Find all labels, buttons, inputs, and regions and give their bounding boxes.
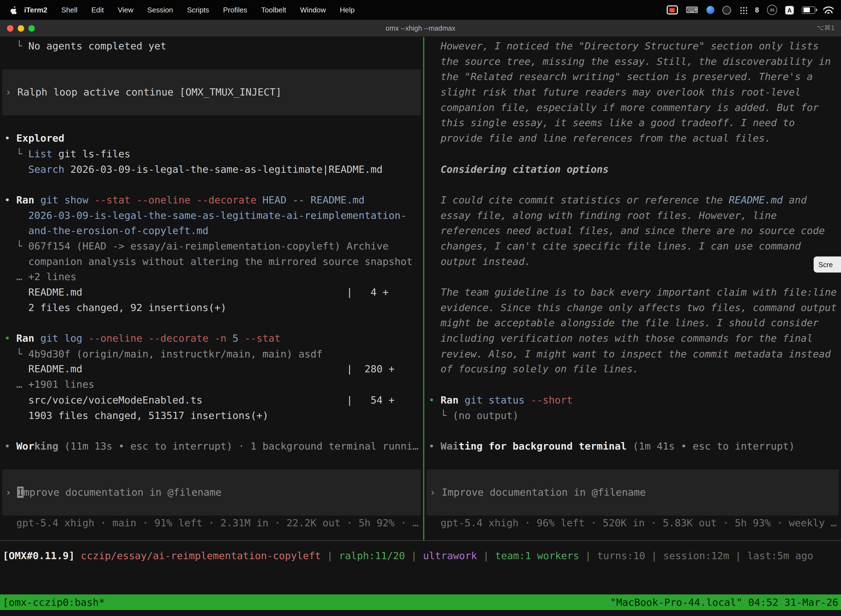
terminal-line: • Ran git log --oneline --decorate -n 5 …	[0, 331, 423, 347]
terminal-line: • Working (11m 13s • esc to interrupt) ·…	[0, 439, 423, 454]
terminal-line: review. Also, I might want to inspect th…	[424, 346, 841, 362]
keyboard-icon[interactable]: ⌨	[686, 6, 698, 14]
battery-icon[interactable]	[802, 6, 815, 13]
menu-view[interactable]: View	[118, 6, 133, 14]
tmux-host-clock: "MacBook-Pro-44.local" 04:52 31-Mar-26	[610, 597, 838, 608]
grid-icon[interactable]	[739, 6, 747, 14]
terminal-line: › Ralph loop active continue [OMX_TMUX_I…	[2, 85, 282, 100]
menu-bar: iTerm2ShellEditViewSessionScriptsProfile…	[0, 0, 841, 20]
key-8-icon[interactable]: 8	[755, 6, 759, 14]
terminal-line: └ 4b9d30f (origin/main, instructkr/main,…	[0, 346, 423, 362]
terminal-line: README.md | 4 +	[0, 285, 423, 300]
menu-profiles[interactable]: Profiles	[223, 6, 247, 14]
terminal-line: companion file, especially if more comme…	[424, 100, 841, 116]
screen: iTerm2ShellEditViewSessionScriptsProfile…	[0, 0, 841, 616]
terminal-line: └ No agents completed yet	[0, 39, 423, 54]
terminal-pane-left[interactable]: └ No agents completed yet› Ralph loop ac…	[0, 37, 423, 540]
terminal-line: and-the-erosion-of-copyleft.md	[0, 223, 423, 239]
terminal-pane-right[interactable]: However, I noticed the "Directory Struct…	[424, 37, 841, 540]
blank-line	[424, 146, 841, 162]
terminal-line: • Waiting for background terminal (1m 41…	[424, 439, 841, 454]
terminal-line: src/voice/voiceModeEnabled.ts | 54 +	[0, 393, 423, 408]
menu-help[interactable]: Help	[340, 6, 355, 14]
terminal-line: might be acceptable alongside the file l…	[424, 316, 841, 331]
dark-app-icon[interactable]	[722, 6, 731, 14]
window-title-bar[interactable]: omx --xhigh --madmax ⌥⌘1	[0, 20, 841, 37]
blank-line	[424, 423, 841, 439]
terminal-line: evidence. Since this change only affects…	[424, 300, 841, 316]
menu-scripts[interactable]: Scripts	[187, 6, 209, 14]
text-cursor: I	[18, 487, 23, 498]
blank-line	[424, 177, 841, 193]
terminal-line: essay file, along with finding root file…	[424, 208, 841, 223]
menu-items: iTerm2ShellEditViewSessionScriptsProfile…	[24, 6, 355, 14]
menu-session[interactable]: Session	[147, 6, 173, 14]
terminal-line: README.md | 280 +	[0, 362, 423, 377]
menu-edit[interactable]: Edit	[91, 6, 104, 14]
terminal-line: • Ran git status --short	[424, 393, 841, 408]
terminal-line: … +1901 lines	[0, 377, 423, 393]
terminal-line: references need actual files, and since …	[424, 223, 841, 239]
blue-app-icon[interactable]	[706, 6, 714, 14]
omx-status-line: [OMX#0.11.9] cczip/essay/ai-reimplementa…	[3, 549, 841, 564]
terminal-line: slight risk that future readers may over…	[424, 85, 841, 100]
blank-line	[424, 454, 841, 470]
terminal-line: the "Related research writing" section i…	[424, 69, 841, 85]
ralph-loop-banner[interactable]: › Ralph loop active continue [OMX_TMUX_I…	[2, 69, 421, 115]
prompt-input[interactable]: › Improve documentation in @filename	[2, 469, 421, 516]
menu-toolbelt[interactable]: Toolbelt	[261, 6, 286, 14]
terminal-line: However, I noticed the "Directory Struct…	[424, 39, 841, 54]
wifi-icon[interactable]	[823, 6, 834, 13]
terminal-line: this single essay, it seems like a good …	[424, 116, 841, 131]
terminal-line: I could cite commit statistics or refere…	[424, 193, 841, 208]
screen-tooltip[interactable]: Scre	[814, 257, 841, 273]
menu-window[interactable]: Window	[300, 6, 326, 14]
terminal-line: └ 067f154 (HEAD -> essay/ai-reimplementa…	[0, 239, 423, 254]
terminal-line: › Improve documentation in @filename	[426, 485, 646, 500]
terminal-line: └ List git ls-files	[0, 146, 423, 162]
blank-line	[0, 316, 423, 331]
terminal-line: of focusing solely on file lines.	[424, 362, 841, 377]
battery-percent-icon[interactable]: .61	[767, 5, 777, 15]
terminal-line: 2026-03-09-is-legal-the-same-as-legitima…	[0, 208, 423, 223]
blank-line	[424, 269, 841, 285]
blank-line	[0, 54, 423, 70]
terminal-line: … +2 lines	[0, 269, 423, 285]
terminal-line: 1903 files changed, 513517 insertions(+)	[0, 408, 423, 423]
menu-status-icons: ⌨8.61A	[667, 5, 841, 15]
input-source-icon[interactable]: A	[785, 6, 794, 14]
terminal-line: Search 2026-03-09-is-legal-the-same-as-l…	[0, 162, 423, 177]
window-shortcut-badge: ⌥⌘1	[816, 20, 835, 37]
terminal-line: output instead.	[424, 254, 841, 270]
terminal-line: └ (no output)	[424, 408, 841, 423]
terminal-line: The team guideline is to back every impo…	[424, 285, 841, 300]
blank-line	[0, 423, 423, 439]
blank-line	[0, 454, 423, 470]
terminal-line: changes, I can't cite specific file line…	[424, 239, 841, 254]
terminal-line: provide file and line references from th…	[424, 131, 841, 147]
menu-shell[interactable]: Shell	[61, 6, 77, 14]
terminal-line: 2 files changed, 92 insertions(+)	[0, 300, 423, 316]
terminal-line: the source tree, missing the essay. Stil…	[424, 54, 841, 70]
menu-iterm2[interactable]: iTerm2	[24, 6, 47, 14]
terminal-line: • Ran git show --stat --oneline --decora…	[0, 193, 423, 208]
blank-line	[424, 377, 841, 393]
tmux-session-label: [omx-cczip0:bash*	[3, 597, 105, 608]
terminal-line: including verification notes with those …	[424, 331, 841, 346]
terminal-line: • Explored	[0, 131, 423, 147]
terminal-line: › Improve documentation in @filename	[2, 485, 221, 500]
blank-line	[0, 177, 423, 193]
terminal-line: companion analysis without altering the …	[0, 254, 423, 270]
terminal-line: Considering citation options	[424, 162, 841, 177]
prompt-input[interactable]: › Improve documentation in @filename	[426, 469, 839, 516]
window-title: omx --xhigh --madmax	[0, 20, 841, 37]
status-separator	[0, 540, 841, 541]
screen-recording-icon[interactable]	[667, 5, 678, 14]
terminal-line: gpt-5.4 xhigh · main · 91% left · 2.31M …	[0, 516, 423, 531]
apple-menu-icon[interactable]	[0, 6, 18, 14]
blank-line	[0, 116, 423, 131]
tmux-status-bar: [omx-cczip0:bash* "MacBook-Pro-44.local"…	[0, 594, 841, 610]
terminal-line: gpt-5.4 xhigh · 96% left · 520K in · 5.8…	[424, 516, 841, 531]
